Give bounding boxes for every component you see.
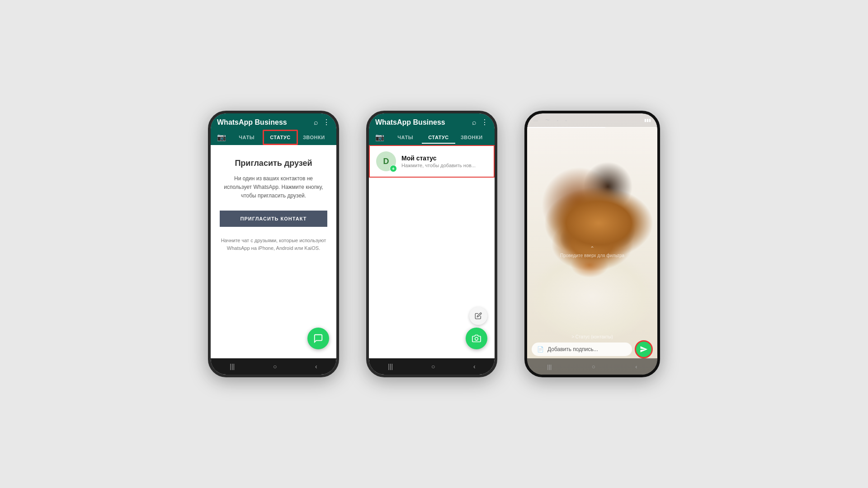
fab-camera-button[interactable] <box>466 328 487 349</box>
avatar-letter: D <box>383 157 389 166</box>
caption-input[interactable]: 📄 Добавить подпись... <box>532 343 632 356</box>
tab-chats-2[interactable]: ЧАТЫ <box>389 131 422 144</box>
whatsapp-header-2: WhatsApp Business ⌕ ⋮ 📷 ЧАТЫ СТАТУС ЗВОН… <box>369 113 495 145</box>
story-top-bar: — 〜 • • ▮▮▮ <box>527 113 657 127</box>
invite-button[interactable]: ПРИГЛАСИТЬ КОНТАКТ <box>220 211 327 227</box>
menu-icon-2[interactable]: ⋮ <box>481 118 488 127</box>
svg-point-0 <box>475 338 478 341</box>
chevron-up-icon: ⌃ <box>590 245 594 252</box>
caption-icon: 📄 <box>537 346 544 352</box>
battery-icon: ▮▮▮ <box>644 118 651 122</box>
nav-back-1[interactable]: ‹ <box>315 363 317 370</box>
swipe-hint-text: Проведите вверх для фильтра <box>560 253 624 258</box>
nav-home-1[interactable]: ○ <box>273 363 277 370</box>
status-info: Мой статус Нажмите, чтобы добавить нов..… <box>401 155 487 168</box>
phone-2: WhatsApp Business ⌕ ⋮ 📷 ЧАТЫ СТАТУС ЗВОН… <box>366 111 497 377</box>
caption-placeholder: Добавить подпись... <box>547 346 598 352</box>
notch-line: — <box>533 118 538 123</box>
camera-tab-2[interactable]: 📷 <box>375 129 389 145</box>
my-status-item[interactable]: D + Мой статус Нажмите, чтобы добавить н… <box>369 145 495 178</box>
story-screen: — 〜 • • ▮▮▮ ⌃ Проведите вверх для фильтр… <box>527 113 657 375</box>
tab-status-2[interactable]: СТАТУС <box>422 131 455 144</box>
tabs-1: 📷 ЧАТЫ СТАТУС ЗВОНКИ <box>217 129 330 145</box>
phone-3: — 〜 • • ▮▮▮ ⌃ Проведите вверх для фильтр… <box>524 111 660 377</box>
search-icon-2[interactable]: ⌕ <box>472 118 476 127</box>
notch-dot2: • <box>566 118 567 122</box>
tab-status-1[interactable]: СТАТУС <box>263 130 297 145</box>
invite-section: Пригласить друзей Ни один из ваших конта… <box>211 145 336 358</box>
menu-icon-1[interactable]: ⋮ <box>323 118 330 127</box>
tab-chats-1[interactable]: ЧАТЫ <box>231 131 263 144</box>
fab-chat-button[interactable] <box>307 328 329 349</box>
status-subtitle: Нажмите, чтобы добавить нов... <box>401 163 487 168</box>
bottom-nav-1: ||| ○ ‹ <box>211 358 336 375</box>
status-link-text: > Статус (контакты) <box>571 334 613 339</box>
bottom-nav-3: ||| ○ ‹ <box>527 358 657 375</box>
status-avatar: D + <box>376 151 396 171</box>
invite-sub: Начните чат с друзьями, которые использу… <box>220 237 327 253</box>
nav-home-2[interactable]: ○ <box>431 363 435 370</box>
story-input-row: 📄 Добавить подпись... <box>532 340 653 358</box>
fab-pencil-button[interactable] <box>469 307 487 325</box>
story-progress-bar <box>527 127 657 128</box>
notch-dot: • <box>557 118 558 122</box>
notch-icons: — 〜 • • <box>533 117 567 123</box>
nav-recent-2[interactable]: ||| <box>388 363 393 370</box>
story-progress-fill <box>527 127 605 128</box>
nav-home-3[interactable]: ○ <box>592 363 595 370</box>
app-title-1: WhatsApp Business <box>217 118 287 127</box>
nav-recent-1[interactable]: ||| <box>230 363 235 370</box>
phone-1-screen: WhatsApp Business ⌕ ⋮ 📷 ЧАТЫ СТАТУС ЗВОН… <box>211 113 336 375</box>
add-status-icon: + <box>390 165 397 172</box>
header-icons-1: ⌕ ⋮ <box>314 118 330 127</box>
status-name: Мой статус <box>401 155 487 162</box>
tabs-2: 📷 ЧАТЫ СТАТУС ЗВОНКИ <box>375 129 488 145</box>
swipe-hint-area: ⌃ Проведите вверх для фильтра <box>560 244 624 258</box>
status-contacts-link[interactable]: > Статус (контакты) <box>527 332 657 340</box>
phone-1: WhatsApp Business ⌕ ⋮ 📷 ЧАТЫ СТАТУС ЗВОН… <box>208 111 339 377</box>
status-bar-icons: ▮▮▮ <box>644 118 651 122</box>
tab-calls-1[interactable]: ЗВОНКИ <box>298 131 330 144</box>
bottom-nav-2: ||| ○ ‹ <box>369 358 495 375</box>
app-title-2: WhatsApp Business <box>375 118 445 127</box>
search-icon-1[interactable]: ⌕ <box>314 118 318 127</box>
tab-calls-2[interactable]: ЗВОНКИ <box>455 131 488 144</box>
send-status-button[interactable] <box>635 340 653 358</box>
invite-title: Пригласить друзей <box>235 159 312 168</box>
invite-desc: Ни один из ваших контактов не использует… <box>220 174 327 201</box>
camera-tab-1[interactable]: 📷 <box>217 129 231 145</box>
whatsapp-header-1: WhatsApp Business ⌕ ⋮ 📷 ЧАТЫ СТАТУС ЗВОН… <box>211 113 336 145</box>
story-bottom-area: 📄 Добавить подпись... <box>527 340 657 358</box>
nav-back-2[interactable]: ‹ <box>473 363 476 370</box>
header-icons-2: ⌕ ⋮ <box>472 118 488 127</box>
notch-wave: 〜 <box>545 117 550 123</box>
nav-back-3[interactable]: ‹ <box>635 363 637 370</box>
nav-recent-3[interactable]: ||| <box>547 363 552 370</box>
phone-2-screen: WhatsApp Business ⌕ ⋮ 📷 ЧАТЫ СТАТУС ЗВОН… <box>369 113 495 375</box>
